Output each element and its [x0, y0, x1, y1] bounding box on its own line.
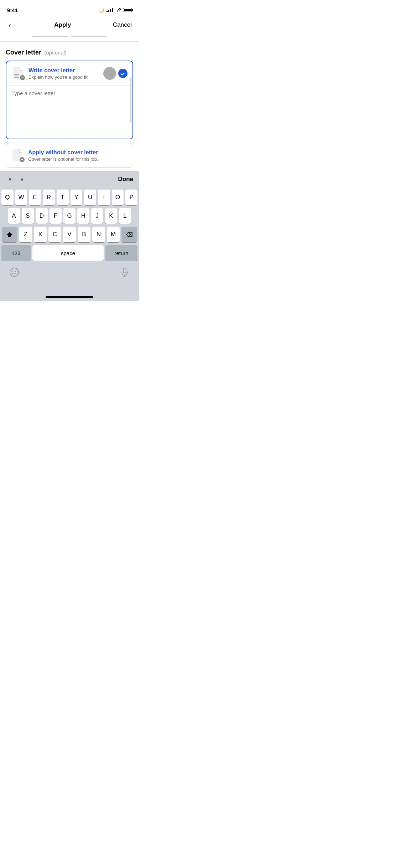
minus-icon: −	[20, 157, 25, 162]
apply-without-cover-letter-card[interactable]: − Apply without cover letter Cover lette…	[6, 143, 133, 168]
keyboard: Q W E R T Y U I O P A S D F G H J K L Z …	[0, 187, 139, 301]
section-optional: (optional)	[45, 50, 67, 56]
key-W[interactable]: W	[15, 190, 27, 205]
key-Q[interactable]: Q	[1, 190, 14, 205]
progress-step-1	[32, 36, 68, 37]
keyboard-row-4: 123 space return	[1, 245, 137, 261]
key-L[interactable]: L	[119, 208, 131, 224]
key-Z[interactable]: Z	[19, 227, 32, 242]
apply-without-subtitle: Cover letter is optional for this job.	[28, 156, 128, 162]
key-I[interactable]: I	[98, 190, 110, 205]
selected-checkmark	[118, 69, 127, 78]
svg-point-4	[10, 268, 19, 277]
space-button[interactable]: space	[32, 245, 104, 261]
svg-marker-1	[7, 232, 12, 237]
key-T[interactable]: T	[57, 190, 69, 205]
home-indicator	[46, 296, 93, 298]
down-arrow-button[interactable]: ∨	[18, 174, 26, 184]
progress-step-2	[71, 36, 106, 37]
key-V[interactable]: V	[63, 227, 76, 242]
page-title: Apply	[54, 21, 71, 29]
write-cover-letter-subtitle: Explain how you're a good fit	[28, 74, 102, 80]
cover-letter-section-header: Cover letter (optional)	[6, 49, 133, 56]
apply-without-title: Apply without cover letter	[28, 149, 128, 156]
key-D[interactable]: D	[36, 208, 48, 224]
key-P[interactable]: P	[125, 190, 137, 205]
key-O[interactable]: O	[112, 190, 124, 205]
scroll-track	[130, 77, 131, 123]
backspace-icon	[126, 232, 133, 237]
keyboard-row-3: Z X C V B N M	[1, 227, 137, 242]
key-J[interactable]: J	[91, 208, 103, 224]
svg-rect-7	[123, 268, 126, 273]
drag-handle-circle	[103, 67, 116, 80]
keyboard-row-1: Q W E R T Y U I O P	[1, 190, 137, 205]
back-button[interactable]: ‹	[7, 20, 12, 31]
progress-steps	[0, 33, 139, 40]
write-cover-letter-card[interactable]: ✏ Write cover letter Explain how you're …	[6, 61, 133, 139]
status-time: 9:41	[7, 7, 18, 13]
wifi-icon	[115, 8, 121, 12]
mic-icon	[120, 267, 129, 277]
keyboard-bottom	[1, 264, 137, 282]
shift-icon	[6, 231, 13, 238]
key-U[interactable]: U	[84, 190, 96, 205]
svg-point-6	[15, 271, 16, 272]
key-C[interactable]: C	[48, 227, 61, 242]
key-B[interactable]: B	[78, 227, 90, 242]
key-R[interactable]: R	[43, 190, 55, 205]
cover-letter-input-area[interactable]	[6, 86, 132, 139]
cancel-button[interactable]: Cancel	[113, 21, 132, 29]
key-H[interactable]: H	[77, 208, 89, 224]
keyboard-toolbar: ∧ ∨ Done	[0, 171, 139, 187]
key-Y[interactable]: Y	[71, 190, 83, 205]
return-button[interactable]: return	[105, 245, 137, 261]
backspace-button[interactable]	[121, 227, 137, 242]
shift-button[interactable]	[2, 227, 17, 242]
numbers-button[interactable]: 123	[1, 245, 31, 261]
key-M[interactable]: M	[107, 227, 120, 242]
write-cover-letter-text: Write cover letter Explain how you're a …	[28, 67, 102, 80]
emoji-icon	[9, 267, 19, 277]
section-title: Cover letter	[6, 49, 41, 56]
key-A[interactable]: A	[8, 208, 20, 224]
battery-icon	[123, 8, 132, 12]
key-X[interactable]: X	[34, 227, 47, 242]
write-cover-letter-icon: ✏	[11, 66, 24, 81]
emoji-button[interactable]	[7, 265, 21, 279]
moon-icon: 🌙	[99, 7, 104, 13]
apply-without-text: Apply without cover letter Cover letter …	[28, 149, 128, 162]
write-cover-letter-header: ✏ Write cover letter Explain how you're …	[6, 61, 132, 86]
keyboard-row-2: A S D F G H J K L	[1, 208, 137, 224]
svg-point-0	[118, 11, 118, 12]
status-bar: 9:41 🌙	[0, 0, 139, 17]
key-S[interactable]: S	[22, 208, 34, 224]
key-F[interactable]: F	[50, 208, 62, 224]
cover-letter-textarea[interactable]	[11, 90, 127, 133]
nav-header: ‹ Apply Cancel	[0, 17, 139, 33]
key-K[interactable]: K	[105, 208, 117, 224]
key-G[interactable]: G	[63, 208, 75, 224]
svg-point-5	[12, 271, 14, 272]
main-content: Cover letter (optional) ✏ Write cover le…	[0, 42, 139, 168]
mic-button[interactable]	[118, 265, 132, 279]
key-N[interactable]: N	[92, 227, 105, 242]
apply-without-header: − Apply without cover letter Cover lette…	[6, 143, 133, 167]
up-arrow-button[interactable]: ∧	[6, 174, 14, 184]
key-E[interactable]: E	[29, 190, 41, 205]
apply-without-icon: −	[11, 148, 24, 162]
write-cover-letter-title: Write cover letter	[28, 67, 102, 74]
toolbar-arrows: ∧ ∨	[6, 174, 26, 184]
done-button[interactable]: Done	[118, 176, 134, 183]
status-icons: 🌙	[99, 7, 132, 13]
pen-icon: ✏	[20, 75, 25, 80]
signal-icon	[106, 8, 113, 12]
